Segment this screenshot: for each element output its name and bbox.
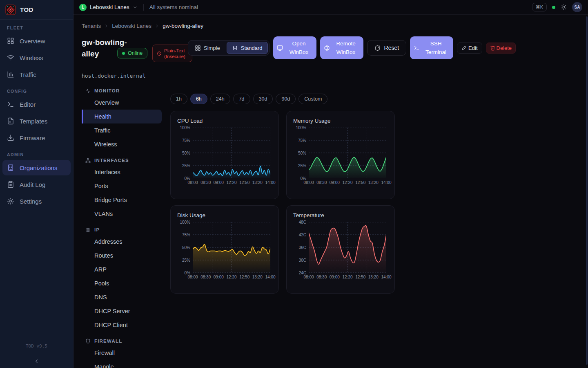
subnav-item-wireless[interactable]: Wireless <box>82 137 162 151</box>
subnav-section-ip: IP <box>82 225 162 235</box>
chart-x-axis: 08:0008:3009:0012:2012:5013:2014:00 <box>309 180 386 186</box>
chevron-down-icon <box>133 5 138 10</box>
chart-title: Temperature <box>293 212 388 218</box>
ssh-terminal-button[interactable]: SSH Terminal <box>410 36 453 59</box>
subnav-item-interfaces[interactable]: Interfaces <box>82 165 162 179</box>
simple-mode-button[interactable]: Simple <box>189 42 225 54</box>
y-tick-label: 25% <box>182 258 190 263</box>
subnav-item-pools[interactable]: Pools <box>82 276 162 290</box>
command-palette-shortcut[interactable]: ⌘K <box>532 3 547 11</box>
subnav-item-bridge-ports[interactable]: Bridge Ports <box>82 193 162 207</box>
network-icon <box>85 158 91 163</box>
chart-icon <box>7 71 14 78</box>
sidebar-item-label: Audit Log <box>20 181 45 188</box>
subnav-item-ports[interactable]: Ports <box>82 179 162 193</box>
sidebar-item-firmware[interactable]: Firmware <box>2 130 71 146</box>
chart-plot <box>309 222 386 273</box>
health-status-dot <box>552 6 555 9</box>
subnav-item-firewall[interactable]: Firewall <box>82 346 162 360</box>
open-winbox-button[interactable]: Open WinBox <box>273 36 316 59</box>
sidebar-item-label: Overview <box>20 38 45 45</box>
x-tick-label: 12:20 <box>342 275 352 279</box>
sidebar-collapse-button[interactable] <box>0 354 73 368</box>
grid-icon <box>195 45 201 51</box>
reset-label: Reset <box>384 45 399 51</box>
chart-plot <box>193 222 270 273</box>
subnav-item-dhcp-client[interactable]: DHCP Client <box>82 318 162 332</box>
x-tick-label: 08:00 <box>187 275 198 279</box>
scrollbar[interactable] <box>586 16 588 365</box>
topbar: L Lebowski Lanes All systems nominal ⌘K … <box>74 0 588 15</box>
x-tick-label: 13:20 <box>252 180 263 185</box>
chart-plot <box>309 128 386 178</box>
tenant-switcher[interactable]: L Lebowski Lanes <box>79 4 138 11</box>
sidebar-item-label: Templates <box>20 118 47 125</box>
app-logo-row[interactable]: TOD <box>0 0 73 20</box>
sidebar-item-organizations[interactable]: Organizations <box>2 160 71 175</box>
chart-y-axis: 100%75%50%25%0% <box>177 128 190 178</box>
chart-x-axis: 08:0008:3009:0012:2012:5013:2014:00 <box>193 275 270 280</box>
theme-toggle-sun-icon[interactable] <box>561 4 567 10</box>
chart-card-temperature: Temperature48C42C36C30C24C08:0008:3009:0… <box>286 205 395 294</box>
app-version: TOD v9.5 <box>0 339 73 354</box>
time-range-6h[interactable]: 6h <box>190 94 207 104</box>
subnav-item-mangle[interactable]: Mangle <box>82 360 162 368</box>
subnav-section-label: MONITOR <box>94 88 120 93</box>
subnav-item-health[interactable]: Health <box>82 110 162 123</box>
x-tick-label: 13:20 <box>368 180 379 185</box>
subnav-item-overview[interactable]: Overview <box>82 96 162 110</box>
edit-label: Edit <box>468 45 477 51</box>
subnav-item-routes[interactable]: Routes <box>82 249 162 263</box>
shield-icon <box>85 339 91 344</box>
delete-button[interactable]: Delete <box>486 43 516 54</box>
security-warning-badge: Plain-Text (Insecure) <box>152 45 192 62</box>
reset-button[interactable]: Reset <box>367 40 407 56</box>
chart-title: Disk Usage <box>177 212 272 218</box>
edit-button[interactable]: Edit <box>457 43 482 54</box>
subnav-item-dns[interactable]: DNS <box>82 290 162 304</box>
time-range-24h[interactable]: 24h <box>210 94 230 104</box>
x-tick-label: 08:30 <box>316 275 327 279</box>
remote-winbox-button[interactable]: Remote WinBox <box>320 36 363 59</box>
refresh-icon <box>374 45 381 51</box>
subnav-item-addresses[interactable]: Addresses <box>82 235 162 249</box>
ssh-terminal-label: SSH Terminal <box>422 39 450 56</box>
time-range-custom[interactable]: Custom <box>298 94 327 104</box>
x-tick-label: 13:20 <box>252 275 263 279</box>
time-range-7d[interactable]: 7d <box>233 94 250 104</box>
user-avatar[interactable]: SA <box>572 2 582 12</box>
remote-winbox-label: Remote WinBox <box>332 39 360 56</box>
sidebar-item-editor[interactable]: Editor <box>2 96 71 112</box>
building-icon <box>7 164 14 171</box>
time-range-1h[interactable]: 1h <box>170 94 187 104</box>
breadcrumb-item-tenants[interactable]: Tenants <box>82 23 101 29</box>
sidebar-item-settings[interactable]: Settings <box>2 193 71 209</box>
sidebar-item-audit-log[interactable]: Audit Log <box>2 177 71 192</box>
clipboard-icon <box>7 181 14 188</box>
standard-mode-button[interactable]: Standard <box>227 42 268 54</box>
time-range-30d[interactable]: 30d <box>253 94 273 104</box>
sidebar-item-templates[interactable]: Templates <box>2 113 71 129</box>
sidebar-item-wireless[interactable]: Wireless <box>2 50 71 65</box>
globe-icon <box>85 227 91 233</box>
y-tick-label: 75% <box>298 138 306 143</box>
chart-card-disk-usage: Disk Usage100%75%50%25%0%08:0008:3009:00… <box>170 205 279 294</box>
x-tick-label: 13:20 <box>368 275 379 279</box>
y-tick-label: 50% <box>182 245 190 250</box>
time-range-90d[interactable]: 90d <box>276 94 296 104</box>
sidebar-section-fleet: FLEET <box>0 25 73 30</box>
pencil-icon <box>461 45 467 51</box>
view-mode-toggle: Simple Standard <box>188 40 270 56</box>
subnav-item-dhcp-server[interactable]: DHCP Server <box>82 304 162 318</box>
chart-card-memory-usage: Memory Usage100%75%50%25%0%08:0008:3009:… <box>286 111 395 199</box>
breadcrumb-item-lebowski-lanes[interactable]: Lebowski Lanes <box>112 23 151 29</box>
file-icon <box>7 117 14 125</box>
simple-mode-label: Simple <box>204 45 220 51</box>
sidebar-item-overview[interactable]: Overview <box>2 33 71 49</box>
online-dot-icon <box>122 52 125 55</box>
sidebar-item-traffic[interactable]: Traffic <box>2 67 71 82</box>
subnav-item-arp[interactable]: ARP <box>82 263 162 276</box>
subnav-item-traffic[interactable]: Traffic <box>82 123 162 137</box>
x-tick-label: 12:50 <box>355 180 365 185</box>
subnav-item-vlans[interactable]: VLANs <box>82 207 162 221</box>
